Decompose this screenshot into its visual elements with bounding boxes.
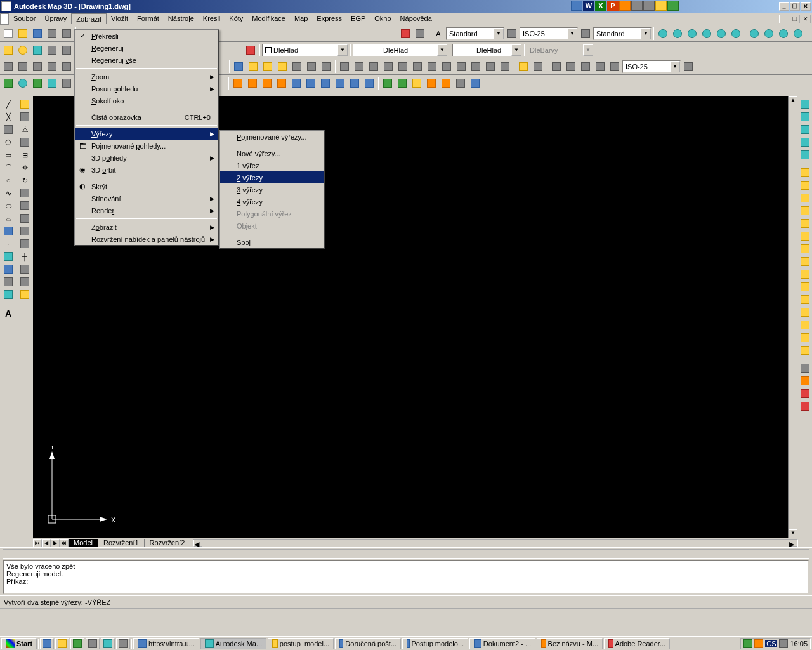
tb-icon[interactable] xyxy=(16,60,30,74)
spline-icon[interactable]: ∿ xyxy=(2,187,15,199)
tb-icon[interactable] xyxy=(290,60,304,74)
dim-icon[interactable] xyxy=(352,60,366,74)
solid-icon[interactable] xyxy=(362,76,376,90)
pline-icon[interactable] xyxy=(2,123,15,136)
dim-icon[interactable] xyxy=(564,60,578,74)
solid-icon[interactable] xyxy=(454,76,468,90)
osnap-icon[interactable] xyxy=(799,166,811,179)
menu-okno[interactable]: Okno xyxy=(370,13,395,24)
offset-icon[interactable] xyxy=(18,136,31,149)
osnap-icon[interactable] xyxy=(799,230,811,242)
menu-vložit[interactable]: Vložit xyxy=(107,13,133,24)
menu-kóty[interactable]: Kóty xyxy=(225,13,247,24)
dim-icon[interactable] xyxy=(367,60,381,74)
hscrollbar[interactable]: ◀▶ xyxy=(193,539,798,547)
tray-icon[interactable] xyxy=(619,1,631,11)
menu-soubor[interactable]: Soubor xyxy=(9,13,40,24)
new-button[interactable] xyxy=(1,27,15,41)
layer-icon[interactable] xyxy=(16,43,30,57)
mirror-icon[interactable]: ⧊ xyxy=(18,123,31,136)
tab-model[interactable]: Model xyxy=(69,539,98,547)
render-icon[interactable] xyxy=(799,400,811,413)
region-icon[interactable] xyxy=(2,275,15,288)
tray-icon[interactable] xyxy=(754,639,763,648)
join-icon[interactable]: ┼ xyxy=(18,250,31,263)
tab-next[interactable]: ▶ xyxy=(51,539,60,547)
solid-icon[interactable] xyxy=(304,76,318,90)
explode-icon[interactable] xyxy=(18,288,31,301)
tab-prev[interactable]: ◀ xyxy=(42,539,51,547)
rtool-icon[interactable] xyxy=(799,98,811,110)
menu-item[interactable]: Spoj xyxy=(220,236,324,248)
menu-item[interactable]: ◉3D orbit xyxy=(75,164,218,176)
menu-nápověda[interactable]: Nápověda xyxy=(396,13,436,24)
preview-button[interactable] xyxy=(60,27,74,41)
tb-icon[interactable] xyxy=(30,60,44,74)
tray-icon[interactable] xyxy=(655,1,667,11)
zoom-icon[interactable] xyxy=(714,27,728,41)
layer-icon[interactable] xyxy=(45,43,59,57)
menu-item[interactable]: Pojmenované výřezy... xyxy=(220,131,324,143)
gradient-icon[interactable] xyxy=(2,263,15,275)
taskbar-app[interactable]: postup_model... xyxy=(268,638,334,649)
break-icon[interactable] xyxy=(18,237,31,250)
dim-icon[interactable] xyxy=(681,60,695,74)
text-icon[interactable]: A xyxy=(2,307,15,320)
tab-rozvržení2[interactable]: Rozvržení2 xyxy=(145,539,191,547)
taskbar-app[interactable]: Autodesk Ma... xyxy=(200,638,266,649)
dim-icon[interactable] xyxy=(531,60,545,74)
ellipse-arc-icon[interactable]: ⌓ xyxy=(2,212,15,225)
dim-icon[interactable]: A xyxy=(431,27,445,41)
osnap-icon[interactable] xyxy=(799,255,811,268)
rotate-icon[interactable]: ↻ xyxy=(18,174,31,187)
command-line[interactable]: Vše bylo vráceno zpět Regeneruji model. … xyxy=(3,560,809,594)
dim-icon[interactable] xyxy=(337,60,351,74)
solid-icon[interactable] xyxy=(348,76,362,90)
zoom-icon[interactable] xyxy=(656,27,670,41)
style-combo-2[interactable]: ISO-25▼ xyxy=(520,27,578,40)
mdi-close-button[interactable]: ✕ xyxy=(801,15,811,23)
menu-item[interactable]: Stínování▶ xyxy=(75,192,218,204)
line-icon[interactable]: ╱ xyxy=(2,98,15,110)
menu-item[interactable]: 2 výřezy xyxy=(220,171,324,183)
osnap-icon[interactable] xyxy=(799,268,811,281)
quicklaunch-icon[interactable] xyxy=(116,638,130,649)
tray-icon[interactable] xyxy=(631,1,643,11)
osnap-icon[interactable] xyxy=(799,192,811,204)
tb-icon[interactable] xyxy=(304,60,318,74)
menu-express[interactable]: Express xyxy=(312,13,346,24)
minimize-button[interactable]: _ xyxy=(779,2,789,11)
solid-icon[interactable] xyxy=(439,76,453,90)
tool-icon[interactable] xyxy=(413,27,427,41)
menu-nástroje[interactable]: Nástroje xyxy=(164,13,199,24)
menu-zobrazit[interactable]: Zobrazit xyxy=(71,13,107,24)
restore-button[interactable]: ❐ xyxy=(790,2,800,11)
menu-modifikace[interactable]: Modifikace xyxy=(247,13,290,24)
dim-icon[interactable] xyxy=(516,60,530,74)
xline-icon[interactable]: ╳ xyxy=(2,110,15,123)
fillet-icon[interactable] xyxy=(18,275,31,288)
solid-icon[interactable] xyxy=(275,76,289,90)
circle-icon[interactable]: ○ xyxy=(2,174,15,187)
copy-icon[interactable] xyxy=(18,110,31,123)
rtool-icon[interactable] xyxy=(799,123,811,136)
dim-icon[interactable] xyxy=(483,60,497,74)
lineweight-combo[interactable]: DleHlad▼ xyxy=(452,44,522,56)
dim-icon[interactable] xyxy=(396,60,410,74)
dim-icon[interactable] xyxy=(505,27,519,41)
taskbar-app[interactable]: https://intra.u... xyxy=(133,638,199,649)
taskbar-app[interactable]: Bez názvu - M... xyxy=(537,638,603,649)
block-icon[interactable] xyxy=(2,225,15,237)
menu-egp[interactable]: EGP xyxy=(346,13,370,24)
style-combo-1[interactable]: Standard▼ xyxy=(446,27,504,40)
solid-icon[interactable] xyxy=(381,76,395,90)
map-icon[interactable] xyxy=(30,76,44,90)
dim-icon[interactable] xyxy=(579,60,593,74)
tb-icon[interactable] xyxy=(246,60,260,74)
menu-item[interactable]: Render▶ xyxy=(75,204,218,216)
osnap-icon[interactable] xyxy=(799,319,811,331)
solid-icon[interactable] xyxy=(260,76,274,90)
render-icon[interactable] xyxy=(799,387,811,400)
zoom-icon[interactable] xyxy=(747,27,761,41)
zoom-icon[interactable] xyxy=(729,27,743,41)
